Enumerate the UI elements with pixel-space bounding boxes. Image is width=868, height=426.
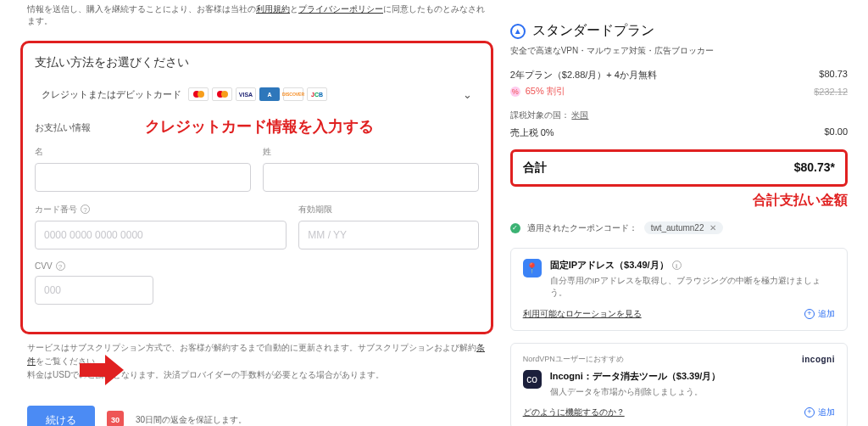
cvv-label: CVV? xyxy=(35,261,153,271)
addon-fixed-ip-card: 📍 固定IPアドレス（$3.49/月）i 自分専用のIPアドレスを取得し、ブラウ… xyxy=(510,248,848,331)
addon-ip-locations-link[interactable]: 利用可能なロケーションを見る xyxy=(523,308,642,320)
card-number-input[interactable] xyxy=(35,221,287,249)
card-logos: VISA A DISCOVER JCB xyxy=(188,87,327,101)
addon-ip-title: 固定IPアドレス（$3.49/月）i xyxy=(550,259,835,272)
payment-method-selector[interactable]: クレジットまたはデビットカード VISA A DISCOVER JCB ⌄ xyxy=(35,82,479,106)
first-name-label: 名 xyxy=(35,146,251,158)
annotation-total-amount: 合計支払い金額 xyxy=(510,192,848,210)
last-name-input[interactable] xyxy=(263,163,479,192)
incogni-logo: incogni xyxy=(802,355,835,364)
tax-country-line: 課税対象の国： 米国 xyxy=(510,109,848,121)
plus-icon: + xyxy=(804,407,815,418)
plan-title: スタンダードプラン xyxy=(532,22,654,40)
payment-form-annotation-box: 支払い方法をお選びください クレジットまたはデビットカード VISA A DIS… xyxy=(20,41,493,334)
help-icon[interactable]: ? xyxy=(56,261,65,271)
plan-icon: ▲ xyxy=(510,24,526,39)
privacy-link[interactable]: プライバシーポリシー xyxy=(298,4,383,14)
plus-icon: + xyxy=(804,309,815,319)
tax-amount: $0.00 xyxy=(824,126,848,139)
location-pin-icon: 📍 xyxy=(523,259,542,277)
help-icon[interactable]: ? xyxy=(81,205,90,214)
incogni-icon: co xyxy=(523,370,542,389)
original-price: $232.12 xyxy=(814,87,848,97)
top-terms-text: 情報を送信し、購入を継続することにより、お客様は当社の利用規約とプライバシーポリ… xyxy=(20,0,493,36)
total-annotation-box: 合計 $80.73* xyxy=(510,149,848,187)
guarantee-badge-icon: 30 xyxy=(107,411,124,426)
info-icon[interactable]: i xyxy=(672,261,682,270)
chevron-down-icon: ⌄ xyxy=(463,88,472,101)
continue-button[interactable]: 続ける xyxy=(27,406,95,426)
addon-incogni-desc: 個人データを市場から削除しましょう。 xyxy=(550,386,721,398)
payment-method-label: クレジットまたはデビットカード xyxy=(42,88,181,101)
discount-tag-icon: % xyxy=(510,87,520,97)
plan-subtitle: 安全で高速なVPN・マルウェア対策・広告ブロッカー xyxy=(510,45,848,57)
payment-section-title: 支払い方法をお選びください xyxy=(35,55,479,70)
plan-line-desc: 2年プラン（$2.88/月）+ 4か月無料 xyxy=(510,69,657,81)
cvv-input[interactable] xyxy=(35,276,153,305)
discount-text: 65% 割引 xyxy=(526,85,565,98)
coupon-label: 適用されたクーポンコード： xyxy=(527,222,637,234)
addon-ip-desc: 自分専用のIPアドレスを取得し、ブラウジングの中断を極力避けましょう。 xyxy=(550,275,835,300)
addon-incogni-how-link[interactable]: どのように機能するのか？ xyxy=(523,406,625,418)
addon-incogni-title: Incogni：データ消去ツール（$3.39/月） xyxy=(550,370,721,383)
plan-line-price: $80.73 xyxy=(819,69,848,81)
addon-incogni-tag: NordVPNユーザーにおすすめ xyxy=(523,354,624,365)
addon-incogni-card: NordVPNユーザーにおすすめ incogni co Incogni：データ消… xyxy=(510,343,848,427)
tax-label: 売上税 0% xyxy=(510,126,554,139)
check-icon: ✓ xyxy=(510,223,520,233)
last-name-label: 姓 xyxy=(263,146,479,158)
guarantee-text: 30日間の返金を保証します。 xyxy=(136,414,247,426)
remove-coupon-icon[interactable]: ✕ xyxy=(709,223,716,233)
expiry-input[interactable] xyxy=(298,221,478,249)
card-number-label: カード番号? xyxy=(35,204,287,216)
total-value: $80.73* xyxy=(794,160,835,176)
coupon-chip: twt_autumn22 ✕ xyxy=(644,221,723,234)
total-label: 合計 xyxy=(523,160,547,176)
terms-link[interactable]: 利用規約 xyxy=(256,4,290,14)
expiry-label: 有効期限 xyxy=(298,204,478,216)
addon-ip-add-button[interactable]: +追加 xyxy=(804,308,835,320)
annotation-enter-card-info: クレジットカード情報を入力する xyxy=(145,116,374,137)
first-name-input[interactable] xyxy=(35,163,251,192)
addon-incogni-add-button[interactable]: +追加 xyxy=(804,406,835,418)
tax-country-link[interactable]: 米国 xyxy=(571,110,588,120)
